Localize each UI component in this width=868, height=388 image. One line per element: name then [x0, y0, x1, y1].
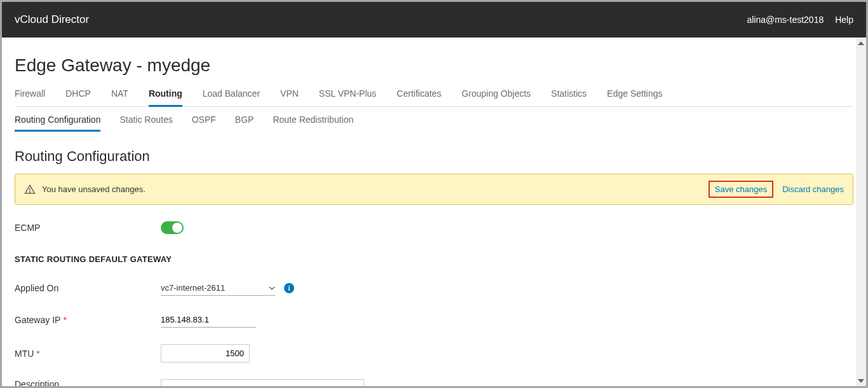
save-changes-link[interactable]: Save changes: [709, 181, 773, 198]
tab-bgp[interactable]: BGP: [235, 114, 254, 132]
tab-firewall[interactable]: Firewall: [15, 88, 45, 106]
secondary-tabs: Routing Configuration Static Routes OSPF…: [15, 107, 853, 132]
vertical-scrollbar[interactable]: [856, 38, 866, 386]
svg-point-1: [29, 191, 30, 192]
app-title: vCloud Director: [15, 13, 89, 26]
user-link[interactable]: alina@ms-test2018: [747, 15, 824, 25]
required-marker: *: [63, 315, 66, 325]
tab-route-redistribution[interactable]: Route Redistribution: [273, 114, 353, 132]
static-routing-heading: STATIC ROUTING DEFAULT GATEWAY: [15, 254, 853, 264]
description-label: Description: [15, 379, 161, 386]
app-header: vCloud Director alina@ms-test2018 Help: [2, 2, 866, 38]
tab-certificates[interactable]: Certificates: [397, 88, 441, 106]
gateway-ip-label: Gateway IP: [15, 315, 60, 325]
chevron-down-icon: [269, 285, 275, 291]
tab-routing[interactable]: Routing: [149, 88, 182, 107]
tab-edge-settings[interactable]: Edge Settings: [607, 88, 662, 106]
tab-dhcp[interactable]: DHCP: [65, 88, 91, 106]
ecmp-toggle[interactable]: [161, 221, 184, 234]
tab-ospf[interactable]: OSPF: [192, 114, 216, 132]
scroll-up-icon: [858, 41, 864, 45]
mtu-label: MTU: [15, 349, 34, 359]
tab-ssl-vpn-plus[interactable]: SSL VPN-Plus: [319, 88, 377, 106]
primary-tabs: Firewall DHCP NAT Routing Load Balancer …: [15, 88, 853, 107]
alert-message: You have unsaved changes.: [42, 184, 146, 194]
tab-load-balancer[interactable]: Load Balancer: [203, 88, 260, 106]
ecmp-label: ECMP: [15, 223, 161, 233]
info-icon[interactable]: i: [284, 283, 294, 293]
tab-nat[interactable]: NAT: [111, 88, 128, 106]
tab-routing-configuration[interactable]: Routing Configuration: [15, 114, 100, 132]
gateway-ip-input[interactable]: [161, 312, 256, 328]
tab-statistics[interactable]: Statistics: [551, 88, 587, 106]
scroll-down-icon: [858, 379, 864, 383]
applied-on-value: vc7-internet-2611: [161, 283, 225, 293]
discard-changes-link[interactable]: Discard changes: [782, 184, 844, 194]
tab-static-routes[interactable]: Static Routes: [119, 114, 172, 132]
warning-icon: [24, 184, 36, 195]
page-title: Edge Gateway - myedge: [15, 38, 853, 88]
applied-on-select[interactable]: vc7-internet-2611: [161, 281, 275, 296]
mtu-input[interactable]: [161, 344, 250, 363]
required-marker: *: [36, 349, 39, 359]
section-title: Routing Configuration: [15, 148, 853, 165]
description-textarea[interactable]: [161, 379, 364, 386]
applied-on-label: Applied On: [15, 283, 161, 293]
unsaved-alert: You have unsaved changes. Save changes D…: [15, 174, 853, 205]
help-link[interactable]: Help: [835, 15, 853, 25]
tab-vpn[interactable]: VPN: [280, 88, 299, 106]
tab-grouping-objects[interactable]: Grouping Objects: [461, 88, 531, 106]
